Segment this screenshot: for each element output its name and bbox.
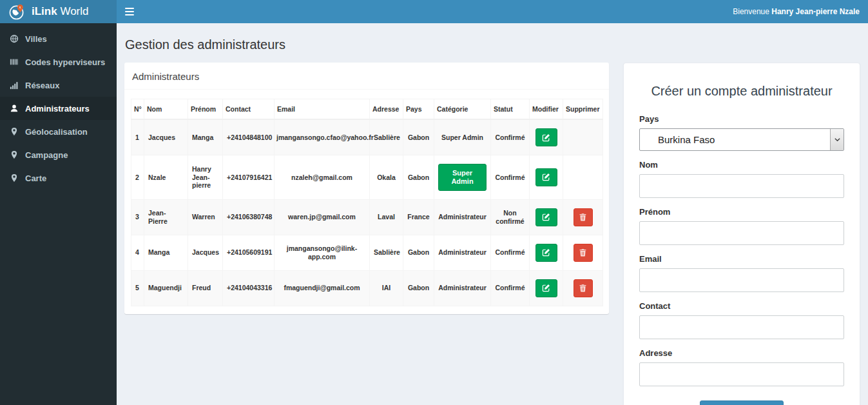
cell-nom: Maguendji bbox=[144, 270, 188, 306]
country-select[interactable]: Burkina Faso bbox=[639, 128, 844, 151]
sidebar-item-carte[interactable]: Carte bbox=[0, 166, 117, 190]
form-title: Créer un compte administrateur bbox=[639, 84, 844, 99]
column-header: Statut bbox=[491, 99, 530, 120]
navbar: Bienvenue Hanry Jean-pierre Nzale bbox=[117, 0, 868, 23]
create-admin-panel: Créer un compte administrateur Pays Burk… bbox=[623, 63, 860, 405]
contact-input[interactable] bbox=[639, 315, 844, 339]
edit-pencil-icon bbox=[542, 248, 550, 257]
nom-field-group: Nom bbox=[639, 160, 844, 198]
cell-contact: +24106380748 bbox=[223, 199, 275, 235]
sidebar-item-reseaux[interactable]: Réseaux bbox=[0, 74, 117, 97]
edit-button[interactable] bbox=[535, 128, 557, 146]
sidebar-item-villes[interactable]: Villes bbox=[0, 27, 117, 50]
cell-pays: Gabon bbox=[403, 119, 434, 155]
cell-prenom: Freud bbox=[188, 270, 223, 306]
administrators-panel: Administrateurs N°NomPrénomContactEmailA… bbox=[124, 63, 609, 314]
delete-button[interactable] bbox=[574, 244, 593, 262]
trash-icon bbox=[579, 284, 587, 292]
cell-email: waren.jp@gmail.com bbox=[275, 199, 370, 235]
cell-pays: Gabon bbox=[403, 155, 434, 200]
welcome-text[interactable]: Bienvenue Hanry Jean-pierre Nzale bbox=[733, 7, 860, 16]
contact-field-group: Contact bbox=[639, 301, 844, 339]
signal-bars-icon bbox=[10, 81, 19, 90]
cell-statut: Confirmé bbox=[491, 155, 530, 200]
cell-adresse: Okala bbox=[370, 155, 403, 200]
email-input[interactable] bbox=[639, 268, 844, 292]
sidebar-item-label: Codes hyperviseurs bbox=[25, 58, 105, 66]
table-row: 5 Maguendji Freud +24104043316 fmaguendj… bbox=[131, 270, 603, 306]
column-header: Nom bbox=[144, 99, 188, 120]
map-pin-icon bbox=[10, 127, 19, 136]
column-header: Prénom bbox=[188, 99, 223, 120]
page-title: Gestion des administrateurs bbox=[125, 37, 860, 52]
column-header: Pays bbox=[403, 99, 434, 120]
cell-email: nzaleh@gmail.com bbox=[275, 155, 370, 200]
cell-num: 4 bbox=[131, 235, 144, 270]
cell-email: jmangansongo@ilink-app.com bbox=[275, 235, 370, 270]
sidebar-menu: Villes Codes hyperviseurs Réseaux Admini… bbox=[0, 27, 117, 190]
nom-label: Nom bbox=[639, 160, 844, 170]
app-logo[interactable]: iLink World bbox=[0, 0, 117, 23]
email-field-group: Email bbox=[639, 254, 844, 292]
edit-button[interactable] bbox=[535, 244, 557, 262]
cell-prenom: Jacques bbox=[188, 235, 223, 270]
cell-contact: +24104848100 bbox=[223, 119, 275, 155]
contact-label: Contact bbox=[639, 301, 844, 311]
edit-button[interactable] bbox=[535, 168, 557, 186]
column-header: Catégorie bbox=[434, 99, 491, 120]
cell-prenom: Manga bbox=[188, 119, 223, 155]
email-label: Email bbox=[639, 254, 844, 264]
cell-num: 5 bbox=[131, 270, 144, 306]
prenom-field-group: Prénom bbox=[639, 207, 844, 245]
cell-statut: Confirmé bbox=[491, 270, 530, 306]
prenom-input[interactable] bbox=[639, 221, 844, 245]
prenom-label: Prénom bbox=[639, 207, 844, 217]
adresse-input[interactable] bbox=[639, 362, 844, 386]
delete-button[interactable] bbox=[574, 208, 593, 226]
sidebar-item-label: Campagne bbox=[25, 151, 68, 159]
country-field-group: Pays Burkina Faso bbox=[639, 114, 844, 151]
create-account-button[interactable]: Créer le compte bbox=[700, 400, 784, 405]
cell-adresse: Sablière bbox=[370, 235, 403, 270]
cell-email: fmaguendji@gmail.com bbox=[275, 270, 370, 306]
panel-title: Administrateurs bbox=[124, 63, 609, 90]
country-label: Pays bbox=[639, 114, 844, 124]
sidebar-item-label: Administrateurs bbox=[25, 104, 90, 113]
column-header: Contact bbox=[223, 99, 275, 120]
category-badge-button[interactable]: Super Admin bbox=[438, 164, 487, 191]
table-row: 4 Manga Jacques +24105609191 jmangansong… bbox=[131, 235, 603, 270]
cell-adresse: Sablière bbox=[370, 119, 403, 155]
map-pin-icon bbox=[10, 150, 19, 159]
delete-button[interactable] bbox=[574, 279, 593, 297]
app-title: iLink World bbox=[32, 5, 88, 18]
edit-pencil-icon bbox=[542, 284, 550, 292]
table-row: 2 Nzale Hanry Jean-pierre +24107916421 n… bbox=[131, 155, 603, 200]
adresse-field-group: Adresse bbox=[639, 348, 844, 386]
nom-input[interactable] bbox=[639, 174, 844, 198]
cell-pays: France bbox=[403, 199, 434, 235]
sidebar-item-campagne[interactable]: Campagne bbox=[0, 143, 117, 166]
cell-contact: +24107916421 bbox=[223, 155, 275, 200]
table-row: 3 Jean-Pierre Warren +24106380748 waren.… bbox=[131, 199, 603, 235]
cell-num: 2 bbox=[131, 155, 144, 200]
cell-contact: +24105609191 bbox=[223, 235, 275, 270]
chevron-down-icon bbox=[830, 129, 844, 150]
sidebar-item-codes-hyperviseurs[interactable]: Codes hyperviseurs bbox=[0, 50, 117, 74]
hamburger-icon[interactable] bbox=[125, 3, 144, 20]
cell-categorie: Administrateur bbox=[434, 199, 491, 235]
edit-button[interactable] bbox=[535, 279, 557, 297]
sidebar-item-geolocalisation[interactable]: Géolocalisation bbox=[0, 120, 117, 143]
cell-nom: Manga bbox=[144, 235, 188, 270]
cell-prenom: Warren bbox=[188, 199, 223, 235]
sidebar-item-administrateurs[interactable]: Administrateurs bbox=[0, 97, 117, 120]
adresse-label: Adresse bbox=[639, 348, 844, 358]
globe-pin-logo-icon bbox=[8, 3, 26, 21]
edit-button[interactable] bbox=[535, 208, 557, 226]
edit-pencil-icon bbox=[542, 133, 550, 142]
column-header: Email bbox=[275, 99, 370, 120]
barcode-icon bbox=[10, 57, 19, 66]
edit-pencil-icon bbox=[542, 213, 550, 221]
cell-nom: Jacques bbox=[144, 119, 188, 155]
column-header: Adresse bbox=[370, 99, 403, 120]
main-content: Gestion des administrateurs Administrate… bbox=[117, 23, 868, 405]
